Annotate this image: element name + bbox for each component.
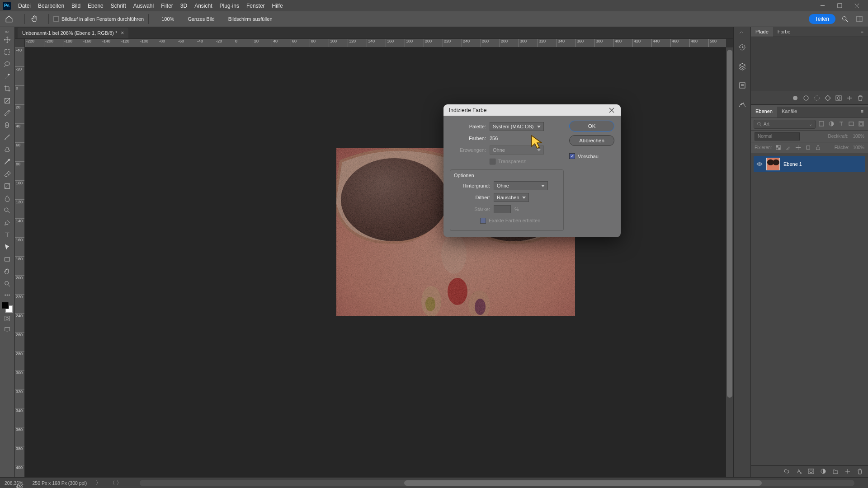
healing-brush-tool[interactable]: [2, 119, 13, 131]
vertical-scrollbar[interactable]: [726, 47, 733, 477]
menu-item[interactable]: Fenster: [243, 3, 269, 9]
layer-visibility-icon[interactable]: [756, 161, 763, 167]
filter-adjust-icon[interactable]: [828, 121, 835, 128]
close-icon[interactable]: [608, 107, 615, 114]
type-tool[interactable]: [2, 229, 13, 240]
magic-wand-tool[interactable]: [2, 70, 13, 82]
cancel-button[interactable]: Abbrechen: [569, 135, 614, 146]
history-panel-icon[interactable]: [736, 41, 749, 54]
clone-stamp-tool[interactable]: [2, 144, 13, 155]
layer-name[interactable]: Ebene 1: [783, 161, 802, 167]
tab-color[interactable]: Farbe: [773, 27, 795, 37]
crop-tool[interactable]: [2, 83, 13, 94]
link-layers-icon[interactable]: [783, 468, 790, 475]
lock-artboard-icon[interactable]: [805, 145, 811, 151]
menu-item[interactable]: Bild: [68, 3, 84, 9]
layer-mask-icon[interactable]: [808, 468, 815, 475]
menu-item[interactable]: 3D: [177, 3, 191, 9]
prev-icon[interactable]: 〈: [110, 480, 115, 486]
tab-channels[interactable]: Kanäle: [777, 107, 802, 117]
layer-filter-search[interactable]: Art ⌄: [754, 120, 816, 129]
delete-path-icon[interactable]: [857, 95, 863, 101]
close-tab-icon[interactable]: ×: [121, 30, 124, 36]
screen-mode-icon[interactable]: [2, 324, 13, 334]
zoom-100-button[interactable]: 100%: [156, 14, 179, 23]
chevron-right-icon[interactable]: 〉: [96, 480, 101, 486]
window-minimize-button[interactable]: [814, 0, 831, 11]
rectangle-tool[interactable]: [2, 253, 13, 265]
dialog-titlebar[interactable]: Indizierte Farbe: [443, 104, 621, 116]
properties-panel-icon[interactable]: [736, 79, 749, 92]
menu-item[interactable]: Plug-ins: [216, 3, 243, 9]
menu-item[interactable]: Hilfe: [269, 3, 287, 9]
marquee-tool[interactable]: [2, 46, 13, 57]
quick-mask-icon[interactable]: [2, 314, 13, 324]
eraser-tool[interactable]: [2, 168, 13, 179]
new-layer-icon[interactable]: [844, 468, 851, 475]
adjustment-layer-icon[interactable]: [820, 468, 827, 475]
ruler-origin[interactable]: [15, 39, 25, 47]
lasso-tool[interactable]: [2, 58, 13, 70]
delete-layer-icon[interactable]: [857, 468, 863, 475]
zoom-tool[interactable]: [2, 278, 13, 289]
dodge-tool[interactable]: [2, 205, 13, 216]
canvas[interactable]: [25, 47, 726, 477]
home-icon[interactable]: [4, 14, 14, 24]
lock-all-icon[interactable]: [815, 145, 821, 151]
menu-item[interactable]: Ansicht: [191, 3, 216, 9]
filter-pixel-icon[interactable]: [818, 121, 826, 128]
frame-tool[interactable]: [2, 95, 13, 106]
edit-toolbar-icon[interactable]: [2, 290, 13, 300]
color-swatches[interactable]: [2, 302, 13, 313]
workspace-icon[interactable]: [854, 14, 864, 24]
lock-pixels-icon[interactable]: [785, 145, 792, 151]
panel-menu-icon[interactable]: ≡: [856, 107, 868, 117]
menu-item[interactable]: Bearbeiten: [34, 3, 68, 9]
horizontal-scrollbar[interactable]: [140, 480, 854, 486]
search-icon[interactable]: [840, 14, 850, 24]
filter-smart-icon[interactable]: [858, 121, 865, 128]
fill-path-icon[interactable]: [792, 95, 798, 101]
filter-shape-icon[interactable]: [848, 121, 855, 128]
toolbar-expand-icon[interactable]: [5, 29, 10, 32]
pen-tool[interactable]: [2, 217, 13, 228]
add-mask-icon[interactable]: [835, 95, 842, 101]
vertical-ruler[interactable]: -40-200204060801001201401601802002202402…: [15, 47, 25, 477]
layers-panel-icon[interactable]: [736, 60, 749, 73]
ok-button[interactable]: OK: [569, 121, 614, 131]
tab-paths[interactable]: Pfade: [751, 27, 773, 37]
panel-menu-icon[interactable]: ≡: [856, 27, 868, 37]
window-maximize-button[interactable]: [831, 0, 848, 11]
menu-item[interactable]: Filter: [157, 3, 177, 9]
preview-checkbox[interactable]: ✓: [569, 153, 575, 159]
history-brush-tool[interactable]: [2, 156, 13, 167]
path-selection-tool[interactable]: [2, 241, 13, 253]
stroke-path-icon[interactable]: [803, 95, 809, 101]
layer-thumbnail[interactable]: [766, 158, 780, 170]
palette-dropdown[interactable]: System (MAC OS): [490, 122, 544, 131]
adjustments-panel-icon[interactable]: [736, 98, 749, 111]
dither-dropdown[interactable]: Rauschen: [494, 193, 529, 202]
move-tool[interactable]: [2, 34, 13, 45]
make-work-path-icon[interactable]: [825, 95, 831, 101]
menu-item[interactable]: Schrift: [107, 3, 130, 9]
layer-style-icon[interactable]: [796, 468, 802, 475]
document-tab[interactable]: Unbenannt-1 bei 208% (Ebene 1, RGB/8) * …: [18, 28, 128, 38]
fit-screen-button[interactable]: Ganzes Bild: [182, 14, 220, 23]
menu-item[interactable]: Ebene: [84, 3, 107, 9]
layer-row[interactable]: Ebene 1: [754, 156, 865, 172]
matte-dropdown[interactable]: Ohne: [494, 181, 548, 190]
status-doc-info[interactable]: 250 Px x 168 Px (300 ppi): [32, 480, 87, 486]
brush-tool[interactable]: [2, 131, 13, 143]
collapse-toggle-icon[interactable]: [739, 30, 746, 33]
filter-type-icon[interactable]: [838, 121, 845, 128]
menu-item[interactable]: Auswahl: [130, 3, 157, 9]
path-to-selection-icon[interactable]: [814, 95, 820, 101]
lock-position-icon[interactable]: [795, 145, 802, 151]
group-layers-icon[interactable]: [832, 468, 839, 475]
horizontal-ruler[interactable]: -220-200-180-160-140-120-100-80-60-40-20…: [25, 39, 726, 47]
new-path-icon[interactable]: [846, 95, 853, 101]
blur-tool[interactable]: [2, 192, 13, 204]
eyedropper-tool[interactable]: [2, 107, 13, 118]
lock-transparency-icon[interactable]: [775, 145, 782, 151]
